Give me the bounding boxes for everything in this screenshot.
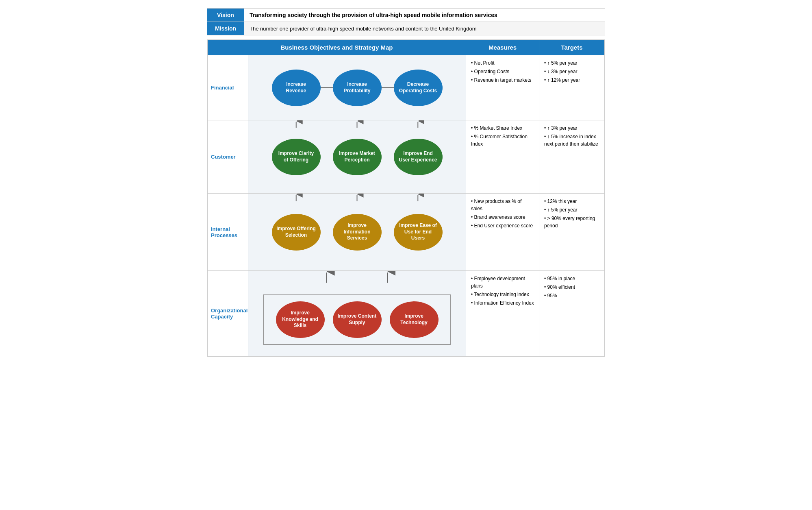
org-measures: Employee development plans Technology tr… <box>466 271 539 356</box>
measure-item: Brand awareness score <box>471 214 534 221</box>
measure-item: % Customer Satisfaction Index <box>471 133 534 148</box>
measure-item: Information Efficiency Index <box>471 299 534 307</box>
node-market-perception: Improve Market Perception <box>333 139 382 175</box>
customer-measures: % Market Share Index % Customer Satisfac… <box>466 120 539 193</box>
measure-item: Employee development plans <box>471 275 534 290</box>
node-increase-profitability: Increase Profitability <box>333 70 382 106</box>
customer-label: Customer <box>208 120 248 193</box>
vision-label: Vision <box>207 9 244 22</box>
vision-row: Vision Transforming society through the … <box>207 9 605 22</box>
node-offering-selection: Improve Offering Selection <box>272 214 321 251</box>
financial-nodes: Increase Revenue Increase Profitability … <box>252 70 462 106</box>
org-label: Organizational Capacity <box>208 271 248 356</box>
header-measures: Measures <box>466 40 539 55</box>
target-item: > 90% every reporting period <box>544 215 599 229</box>
node-ease-of-use: Improve Ease of Use for End Users <box>394 214 443 251</box>
target-item: ↓ 3% per year <box>544 68 599 75</box>
measure-item: Operating Costs <box>471 68 534 75</box>
measure-item: New products as % of sales <box>471 198 534 212</box>
internal-diagram: Improve Offering Selection Improve Infor… <box>248 194 466 270</box>
internal-row: Internal Processes <box>208 193 604 270</box>
mission-content: The number one provider of ultra-high sp… <box>244 22 605 35</box>
strategy-map: Business Objectives and Strategy Map Mea… <box>207 39 605 356</box>
internal-targets: 12% this year ↑ 5% per year > 90% every … <box>539 194 604 270</box>
financial-measures: Net Profit Operating Costs Revenue in ta… <box>466 55 539 120</box>
mission-row: Mission The number one provider of ultra… <box>207 22 605 35</box>
org-targets: 95% in place 90% efficient 95% <box>539 271 604 356</box>
node-end-user-experience: Improve End User Experience <box>394 139 443 175</box>
main-wrapper: Vision Transforming society through the … <box>207 8 605 357</box>
target-item: 12% this year <box>544 198 599 205</box>
customer-row: Customer <box>208 120 604 193</box>
target-item: 95% <box>544 292 599 299</box>
customer-nodes: Improve Clarity of Offering Improve Mark… <box>252 139 462 175</box>
financial-diagram: Increase Revenue Increase Profitability … <box>248 55 466 120</box>
vision-content: Transforming society through the provisi… <box>244 9 605 22</box>
header-main: Business Objectives and Strategy Map <box>208 40 466 55</box>
internal-nodes: Improve Offering Selection Improve Infor… <box>252 214 462 251</box>
target-item: ↑ 3% per year <box>544 124 599 132</box>
org-diagram: Improve Knowledge and Skills Improve Con… <box>248 271 466 356</box>
org-nodes-box: Improve Knowledge and Skills Improve Con… <box>263 294 452 345</box>
target-item: ↑ 5% per year <box>544 59 599 67</box>
target-item: ↑ 5% increase in index next period then … <box>544 133 599 148</box>
node-content-supply: Improve Content Supply <box>333 301 382 338</box>
internal-measures: New products as % of sales Brand awarene… <box>466 194 539 270</box>
node-increase-revenue: Increase Revenue <box>272 70 321 106</box>
node-clarity-offering: Improve Clarity of Offering <box>272 139 321 175</box>
customer-targets: ↑ 3% per year ↑ 5% increase in index nex… <box>539 120 604 193</box>
measure-item: End User experience score <box>471 222 534 229</box>
node-technology: Improve Technology <box>390 301 439 338</box>
measure-item: Revenue in target markets <box>471 76 534 84</box>
header-targets: Targets <box>539 40 604 55</box>
mission-label: Mission <box>207 22 244 35</box>
node-info-services: Improve Information Services <box>333 214 382 251</box>
measure-item: Technology training index <box>471 291 534 298</box>
org-row: Organizational Capacity <box>208 270 604 356</box>
target-item: 90% efficient <box>544 283 599 291</box>
node-decrease-costs: Decrease Operating Costs <box>394 70 443 106</box>
financial-row: Financial <box>208 55 604 120</box>
target-item: 95% in place <box>544 275 599 282</box>
strategy-header: Business Objectives and Strategy Map Mea… <box>208 40 604 55</box>
customer-diagram: Improve Clarity of Offering Improve Mark… <box>248 120 466 193</box>
target-item: ↑ 5% per year <box>544 206 599 214</box>
node-knowledge-skills: Improve Knowledge and Skills <box>276 301 325 338</box>
financial-targets: ↑ 5% per year ↓ 3% per year ↑ 12% per ye… <box>539 55 604 120</box>
financial-label: Financial <box>208 55 248 120</box>
internal-label: Internal Processes <box>208 194 248 270</box>
target-item: ↑ 12% per year <box>544 76 599 84</box>
measure-item: Net Profit <box>471 59 534 67</box>
measure-item: % Market Share Index <box>471 124 534 132</box>
